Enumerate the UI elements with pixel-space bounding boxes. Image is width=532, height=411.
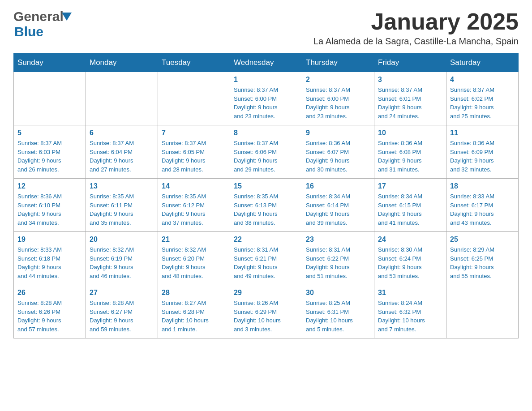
- day-info: Sunrise: 8:32 AMSunset: 6:19 PMDaylight:…: [90, 245, 154, 280]
- calendar-cell: [446, 285, 519, 338]
- calendar-cell: 10Sunrise: 8:36 AMSunset: 6:08 PMDayligh…: [374, 125, 446, 179]
- week-row-2: 5Sunrise: 8:37 AMSunset: 6:03 PMDaylight…: [14, 125, 519, 179]
- day-info: Sunrise: 8:37 AMSunset: 6:03 PMDaylight:…: [17, 139, 82, 174]
- calendar-header: SundayMondayTuesdayWednesdayThursdayFrid…: [14, 54, 519, 72]
- day-info: Sunrise: 8:31 AMSunset: 6:21 PMDaylight:…: [234, 245, 298, 280]
- day-info: Sunrise: 8:30 AMSunset: 6:24 PMDaylight:…: [378, 245, 442, 280]
- header-day-friday: Friday: [374, 54, 446, 72]
- day-number: 23: [306, 235, 370, 244]
- day-info: Sunrise: 8:32 AMSunset: 6:20 PMDaylight:…: [162, 245, 226, 280]
- calendar-cell: 17Sunrise: 8:34 AMSunset: 6:15 PMDayligh…: [374, 179, 446, 232]
- calendar-cell: 12Sunrise: 8:36 AMSunset: 6:10 PMDayligh…: [14, 179, 86, 232]
- week-row-1: 1Sunrise: 8:37 AMSunset: 6:00 PMDaylight…: [14, 72, 519, 125]
- day-info: Sunrise: 8:29 AMSunset: 6:25 PMDaylight:…: [450, 245, 515, 280]
- header-day-sunday: Sunday: [14, 54, 86, 72]
- calendar-cell: [86, 72, 158, 125]
- day-number: 20: [90, 235, 154, 244]
- day-info: Sunrise: 8:37 AMSunset: 6:05 PMDaylight:…: [162, 139, 226, 174]
- title-section: January 2025 La Alameda de la Sagra, Cas…: [313, 9, 519, 47]
- day-info: Sunrise: 8:27 AMSunset: 6:28 PMDaylight:…: [162, 299, 226, 334]
- calendar-cell: 13Sunrise: 8:35 AMSunset: 6:11 PMDayligh…: [86, 179, 158, 232]
- calendar-cell: 7Sunrise: 8:37 AMSunset: 6:05 PMDaylight…: [158, 125, 230, 179]
- day-number: 7: [162, 129, 226, 137]
- calendar-cell: 4Sunrise: 8:37 AMSunset: 6:02 PMDaylight…: [446, 72, 519, 125]
- day-number: 1: [234, 76, 298, 84]
- logo-general-text: General: [13, 9, 72, 24]
- day-number: 16: [306, 182, 370, 190]
- day-info: Sunrise: 8:28 AMSunset: 6:26 PMDaylight:…: [17, 299, 82, 334]
- calendar-table: SundayMondayTuesdayWednesdayThursdayFrid…: [13, 53, 519, 338]
- day-number: 2: [306, 76, 370, 84]
- month-title: January 2025: [313, 9, 519, 34]
- day-info: Sunrise: 8:36 AMSunset: 6:10 PMDaylight:…: [17, 192, 82, 227]
- calendar-cell: 15Sunrise: 8:35 AMSunset: 6:13 PMDayligh…: [230, 179, 302, 232]
- calendar-cell: 9Sunrise: 8:36 AMSunset: 6:07 PMDaylight…: [302, 125, 374, 179]
- day-info: Sunrise: 8:35 AMSunset: 6:12 PMDaylight:…: [162, 192, 226, 227]
- day-number: 8: [234, 129, 298, 137]
- calendar-cell: 31Sunrise: 8:24 AMSunset: 6:32 PMDayligh…: [374, 285, 446, 338]
- day-number: 28: [162, 289, 226, 297]
- day-info: Sunrise: 8:33 AMSunset: 6:18 PMDaylight:…: [17, 245, 82, 280]
- day-number: 29: [234, 289, 298, 297]
- calendar-cell: 2Sunrise: 8:37 AMSunset: 6:00 PMDaylight…: [302, 72, 374, 125]
- week-row-3: 12Sunrise: 8:36 AMSunset: 6:10 PMDayligh…: [14, 179, 519, 232]
- calendar-cell: 29Sunrise: 8:26 AMSunset: 6:29 PMDayligh…: [230, 285, 302, 338]
- logo-general-label: General: [13, 9, 64, 24]
- calendar-cell: 20Sunrise: 8:32 AMSunset: 6:19 PMDayligh…: [86, 232, 158, 285]
- day-info: Sunrise: 8:37 AMSunset: 6:02 PMDaylight:…: [450, 86, 515, 120]
- day-number: 25: [450, 235, 515, 244]
- day-info: Sunrise: 8:37 AMSunset: 6:00 PMDaylight:…: [234, 86, 298, 120]
- calendar-cell: 26Sunrise: 8:28 AMSunset: 6:26 PMDayligh…: [14, 285, 86, 338]
- day-number: 22: [234, 235, 298, 244]
- day-number: 12: [17, 182, 82, 190]
- day-info: Sunrise: 8:36 AMSunset: 6:07 PMDaylight:…: [306, 139, 370, 174]
- day-number: 13: [90, 182, 154, 190]
- day-info: Sunrise: 8:28 AMSunset: 6:27 PMDaylight:…: [90, 299, 154, 334]
- calendar-cell: 30Sunrise: 8:25 AMSunset: 6:31 PMDayligh…: [302, 285, 374, 338]
- calendar-cell: 1Sunrise: 8:37 AMSunset: 6:00 PMDaylight…: [230, 72, 302, 125]
- day-number: 30: [306, 289, 370, 297]
- day-info: Sunrise: 8:25 AMSunset: 6:31 PMDaylight:…: [306, 299, 370, 334]
- day-info: Sunrise: 8:36 AMSunset: 6:08 PMDaylight:…: [378, 139, 442, 174]
- day-info: Sunrise: 8:36 AMSunset: 6:09 PMDaylight:…: [450, 139, 515, 174]
- calendar-cell: 14Sunrise: 8:35 AMSunset: 6:12 PMDayligh…: [158, 179, 230, 232]
- day-number: 17: [378, 182, 442, 190]
- calendar-cell: 25Sunrise: 8:29 AMSunset: 6:25 PMDayligh…: [446, 232, 519, 285]
- day-number: 18: [450, 182, 515, 190]
- calendar-cell: 23Sunrise: 8:31 AMSunset: 6:22 PMDayligh…: [302, 232, 374, 285]
- day-number: 3: [378, 76, 442, 84]
- svg-marker-0: [62, 13, 72, 21]
- week-row-5: 26Sunrise: 8:28 AMSunset: 6:26 PMDayligh…: [14, 285, 519, 338]
- day-info: Sunrise: 8:37 AMSunset: 6:06 PMDaylight:…: [234, 139, 298, 174]
- header-day-saturday: Saturday: [446, 54, 519, 72]
- header-row: SundayMondayTuesdayWednesdayThursdayFrid…: [14, 54, 519, 72]
- day-info: Sunrise: 8:35 AMSunset: 6:11 PMDaylight:…: [90, 192, 154, 227]
- calendar-cell: [158, 72, 230, 125]
- day-number: 21: [162, 235, 226, 244]
- day-number: 9: [306, 129, 370, 137]
- calendar-cell: 18Sunrise: 8:33 AMSunset: 6:17 PMDayligh…: [446, 179, 519, 232]
- calendar-cell: 3Sunrise: 8:37 AMSunset: 6:01 PMDaylight…: [374, 72, 446, 125]
- day-info: Sunrise: 8:31 AMSunset: 6:22 PMDaylight:…: [306, 245, 370, 280]
- day-number: 6: [90, 129, 154, 137]
- header-day-tuesday: Tuesday: [158, 54, 230, 72]
- calendar-cell: 8Sunrise: 8:37 AMSunset: 6:06 PMDaylight…: [230, 125, 302, 179]
- calendar-body: 1Sunrise: 8:37 AMSunset: 6:00 PMDaylight…: [14, 72, 519, 338]
- day-info: Sunrise: 8:33 AMSunset: 6:17 PMDaylight:…: [450, 192, 515, 227]
- calendar-cell: 27Sunrise: 8:28 AMSunset: 6:27 PMDayligh…: [86, 285, 158, 338]
- logo-triangle-icon: [62, 13, 72, 21]
- page-header: General Blue January 2025 La Alameda de …: [13, 9, 519, 47]
- day-info: Sunrise: 8:34 AMSunset: 6:14 PMDaylight:…: [306, 192, 370, 227]
- calendar-cell: 6Sunrise: 8:37 AMSunset: 6:04 PMDaylight…: [86, 125, 158, 179]
- day-number: 10: [378, 129, 442, 137]
- calendar-cell: 5Sunrise: 8:37 AMSunset: 6:03 PMDaylight…: [14, 125, 86, 179]
- calendar-cell: [14, 72, 86, 125]
- day-info: Sunrise: 8:26 AMSunset: 6:29 PMDaylight:…: [234, 299, 298, 334]
- logo-blue-label: Blue: [13, 24, 43, 39]
- day-number: 14: [162, 182, 226, 190]
- location-title: La Alameda de la Sagra, Castille-La Manc…: [313, 36, 519, 47]
- calendar-cell: 21Sunrise: 8:32 AMSunset: 6:20 PMDayligh…: [158, 232, 230, 285]
- day-number: 31: [378, 289, 442, 297]
- calendar-cell: 11Sunrise: 8:36 AMSunset: 6:09 PMDayligh…: [446, 125, 519, 179]
- day-info: Sunrise: 8:37 AMSunset: 6:00 PMDaylight:…: [306, 86, 370, 120]
